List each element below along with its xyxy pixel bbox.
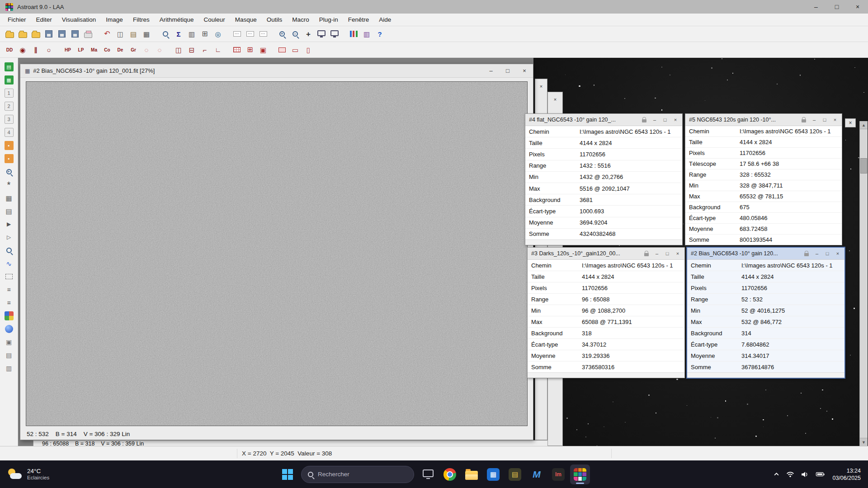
stats-panel-titlebar[interactable]: #3 Darks_120s_-10°_gain120_00... – □ × bbox=[528, 248, 684, 260]
panel-pin-button[interactable] bbox=[642, 249, 651, 258]
grid-red-icon[interactable] bbox=[231, 44, 243, 56]
star-detect-icon[interactable]: * bbox=[3, 179, 15, 190]
menu-couleur[interactable]: Couleur bbox=[198, 14, 230, 26]
sky-vertical-scrollbar[interactable]: ▲ ▼ bbox=[859, 121, 868, 446]
taskbar-app-im-icon[interactable]: Im bbox=[548, 465, 568, 484]
tool-b-icon[interactable]: ▤ bbox=[3, 350, 15, 361]
selection-icon[interactable] bbox=[3, 271, 15, 282]
red-folder-icon[interactable]: ▭ bbox=[289, 44, 301, 56]
menu-arithmetique[interactable]: Arithmétique bbox=[155, 14, 199, 26]
hidden-window-close-button[interactable]: × bbox=[845, 118, 856, 127]
fit-screen-icon[interactable] bbox=[316, 28, 327, 40]
open-file-icon[interactable] bbox=[17, 28, 28, 40]
buffer-green-1-icon[interactable]: ▤ bbox=[3, 61, 15, 72]
annotation-2-icon[interactable]: ≡ bbox=[3, 297, 15, 308]
copy-icon[interactable]: ◫ bbox=[114, 28, 126, 40]
chart-icon[interactable] bbox=[348, 28, 359, 40]
panel-pin-button[interactable] bbox=[640, 116, 649, 124]
menu-masque[interactable]: Masque bbox=[230, 14, 262, 26]
taskbar-astroart-icon[interactable] bbox=[570, 465, 590, 484]
panel-maximize-button[interactable]: □ bbox=[660, 116, 670, 124]
curve-icon[interactable]: ∿ bbox=[3, 258, 15, 269]
panel-maximize-button[interactable]: □ bbox=[820, 116, 829, 124]
menu-macro[interactable]: Macro bbox=[287, 14, 314, 26]
export-icon[interactable] bbox=[69, 28, 81, 40]
image-canvas[interactable] bbox=[26, 81, 528, 426]
select-mode-3-icon[interactable]: ⋯ bbox=[257, 28, 269, 40]
tray-chevron-icon[interactable] bbox=[774, 472, 779, 476]
de-filter-icon[interactable]: De bbox=[114, 44, 126, 56]
panel-pin-button[interactable] bbox=[799, 116, 808, 124]
angle-icon[interactable]: ∟ bbox=[212, 44, 224, 56]
scroll-up-icon[interactable]: ▲ bbox=[860, 121, 868, 129]
panel-close-button[interactable]: × bbox=[673, 249, 682, 258]
app-minimize-button[interactable]: – bbox=[806, 0, 826, 14]
ma-filter-icon[interactable]: Ma bbox=[88, 44, 100, 56]
zoom-reset-icon[interactable]: + bbox=[302, 28, 314, 40]
select-mode-2-icon[interactable]: ⋯ bbox=[244, 28, 256, 40]
panel-maximize-button[interactable]: □ bbox=[823, 249, 832, 258]
zoom-in-icon[interactable]: + bbox=[276, 28, 288, 40]
buffer-3-icon[interactable]: 3 bbox=[3, 114, 15, 125]
menu-fichier[interactable]: Fichier bbox=[3, 14, 31, 26]
columns-icon[interactable]: ▥ bbox=[361, 28, 373, 40]
taskbar-search[interactable] bbox=[301, 466, 414, 483]
grid-lines-icon[interactable]: ▤ bbox=[3, 206, 15, 216]
battery-icon[interactable] bbox=[815, 471, 826, 477]
new-image-icon[interactable] bbox=[4, 28, 15, 40]
palette-icon[interactable] bbox=[3, 310, 15, 321]
menu-plug-in[interactable]: Plug-in bbox=[314, 14, 343, 26]
co-filter-icon[interactable]: Co bbox=[101, 44, 113, 56]
tool-c-icon[interactable]: ▥ bbox=[3, 363, 15, 374]
buffer-green-2-icon[interactable]: ▦ bbox=[3, 75, 15, 85]
scroll-down-icon[interactable]: ▼ bbox=[860, 438, 868, 446]
menu-outils[interactable]: Outils bbox=[262, 14, 288, 26]
star-align-icon[interactable]: ▷ bbox=[3, 232, 15, 243]
pause-icon[interactable]: ∥ bbox=[30, 44, 42, 56]
crop-corner-icon[interactable]: ⌐ bbox=[199, 44, 211, 56]
taskbar-app-blue-icon[interactable]: ▦ bbox=[483, 465, 503, 484]
buffer-orange-2-icon[interactable]: ▪ bbox=[3, 153, 15, 164]
gr-filter-icon[interactable]: Gr bbox=[127, 44, 139, 56]
grid-view-icon[interactable]: ⊞ bbox=[199, 28, 211, 40]
menu-editer[interactable]: Editer bbox=[31, 14, 57, 26]
app-close-button[interactable]: × bbox=[847, 0, 868, 14]
panel-minimize-button[interactable]: – bbox=[650, 116, 659, 124]
grid-points-icon[interactable]: ▦ bbox=[3, 192, 15, 203]
red-panel-icon[interactable]: ▯ bbox=[302, 44, 314, 56]
start-button[interactable] bbox=[278, 465, 297, 484]
aperture-icon[interactable]: ◉ bbox=[17, 44, 28, 56]
tile-windows-icon[interactable]: ⊞ bbox=[244, 44, 256, 56]
taskbar-clock[interactable]: 13:24 03/06/2025 bbox=[832, 467, 861, 482]
buffer-1-icon[interactable]: 1 bbox=[3, 88, 15, 99]
save-as-icon[interactable] bbox=[56, 28, 68, 40]
panel-maximize-button[interactable]: □ bbox=[663, 249, 672, 258]
circle-icon[interactable]: ○ bbox=[43, 44, 55, 56]
taskbar-search-input[interactable] bbox=[318, 471, 407, 478]
cascade-windows-icon[interactable]: ▣ bbox=[257, 44, 269, 56]
preview-icon[interactable]: ◎ bbox=[212, 28, 224, 40]
panel-close-button[interactable]: × bbox=[671, 116, 680, 124]
taskbar-explorer-icon[interactable] bbox=[462, 465, 481, 484]
annotation-icon[interactable]: ≡ bbox=[3, 284, 15, 295]
save-icon[interactable] bbox=[43, 28, 55, 40]
menu-aide[interactable]: Aide bbox=[374, 14, 396, 26]
app-maximize-button[interactable]: □ bbox=[826, 0, 847, 14]
window-close-button[interactable]: × bbox=[518, 66, 531, 76]
taskbar-chrome-icon[interactable] bbox=[440, 465, 460, 484]
panel-minimize-button[interactable]: – bbox=[652, 249, 661, 258]
open-recent-icon[interactable] bbox=[30, 28, 42, 40]
split-horizontal-icon[interactable]: ⊟ bbox=[186, 44, 198, 56]
help-icon[interactable]: ? bbox=[374, 28, 386, 40]
magnifier-icon[interactable] bbox=[160, 28, 171, 40]
buffer-4-icon[interactable]: 4 bbox=[3, 127, 15, 138]
print-icon[interactable] bbox=[82, 28, 94, 40]
buffer-orange-1-icon[interactable]: ▪ bbox=[3, 140, 15, 151]
wifi-icon[interactable] bbox=[786, 471, 794, 478]
taskbar-app-m-icon[interactable]: M bbox=[527, 465, 547, 484]
stats-panel-titlebar[interactable]: #2 Bias_NGC6543 -10° gain 120... – □ × bbox=[687, 248, 844, 260]
select-mode-icon[interactable]: ⋯ bbox=[231, 28, 243, 40]
menu-visualisation[interactable]: Visualisation bbox=[57, 14, 101, 26]
lp-filter-icon[interactable]: LP bbox=[75, 44, 87, 56]
dd-calibration-icon[interactable]: DD bbox=[4, 44, 15, 56]
